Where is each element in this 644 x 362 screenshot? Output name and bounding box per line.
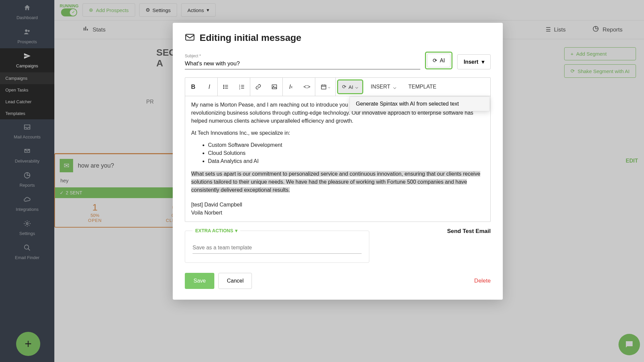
toolbar-template-button[interactable]: TEMPLATE — [402, 78, 442, 96]
ai-button[interactable]: ⟳ AI — [427, 54, 450, 67]
modal-header: Editing initial message — [185, 32, 491, 44]
svg-point-8 — [223, 86, 224, 87]
extra-actions-legend[interactable]: EXTRA ACTIONS ▾ — [193, 228, 240, 233]
body-li2: Cloud Solutions — [208, 149, 484, 157]
extra-actions-label: EXTRA ACTIONS — [195, 228, 233, 233]
chevron-down-icon: ▾ — [482, 59, 484, 65]
subject-label: Subject * — [185, 54, 420, 58]
subject-input[interactable] — [185, 58, 420, 69]
refresh-icon: ⟳ — [433, 57, 437, 64]
cancel-button[interactable]: Cancel — [218, 273, 252, 289]
chevron-down-icon: ⌵ — [328, 85, 330, 89]
toolbar-insert-label: INSERT — [371, 84, 390, 90]
subject-field: Subject * — [185, 54, 420, 69]
refresh-icon: ⟳ — [342, 84, 346, 90]
svg-rect-6 — [186, 34, 194, 40]
chevron-down-icon: ⌵ — [393, 84, 396, 90]
svg-rect-15 — [321, 85, 326, 89]
insert-button[interactable]: Insert ▾ — [457, 54, 491, 69]
toolbar-template-label: TEMPLATE — [409, 84, 436, 90]
modal-title: Editing initial message — [200, 33, 301, 43]
clear-format-button[interactable]: Ix — [283, 78, 299, 96]
toolbar-ai-button[interactable]: ⟳ AI ⌵ — [337, 79, 363, 94]
ai-label: AI — [440, 58, 445, 64]
toolbar-ai-label: AI — [348, 84, 353, 90]
body-highlighted: What sets us apart is our commitment to … — [191, 171, 480, 193]
team-template-input[interactable] — [193, 242, 362, 254]
delete-button[interactable]: Delete — [474, 278, 491, 284]
calendar-button[interactable]: ⌵ — [315, 78, 335, 96]
body-li1: Custom Software Development — [208, 141, 484, 149]
signature-line1: [test] David Campbell — [191, 201, 484, 209]
ai-button-highlight: ⟳ AI — [425, 52, 452, 69]
save-button[interactable]: Save — [185, 273, 214, 289]
modal-footer: Save Cancel Delete — [185, 273, 491, 289]
below-editor-row: EXTRA ACTIONS ▾ Send Test Email — [185, 228, 491, 263]
svg-rect-13 — [272, 85, 277, 89]
signature-line2: Voila Norbert — [191, 209, 484, 217]
generate-spintax-item[interactable]: Generate Spintax with AI from selected t… — [350, 97, 489, 111]
bold-button[interactable]: B — [185, 78, 201, 96]
toolbar-insert-button[interactable]: INSERT ⌵ — [365, 78, 402, 96]
code-button[interactable]: <> — [299, 78, 315, 96]
envelope-icon — [185, 32, 195, 44]
send-test-email-link[interactable]: Send Test Email — [447, 228, 491, 235]
link-button[interactable] — [250, 78, 266, 96]
body-li3: Data Analytics and AI — [208, 157, 484, 165]
svg-point-7 — [223, 85, 224, 86]
editor: B I 123 Ix <> — [185, 77, 491, 222]
editor-body[interactable]: My name is Morton Pease, and I am reachi… — [185, 96, 490, 222]
body-p2: At Tech Innovations Inc., we specialize … — [191, 129, 484, 137]
svg-text:3: 3 — [239, 88, 240, 90]
insert-label: Insert — [464, 59, 478, 65]
editor-toolbar: B I 123 Ix <> — [185, 78, 490, 96]
numbered-list-button[interactable]: 123 — [234, 78, 250, 96]
chevron-down-icon: ▾ — [235, 228, 237, 233]
edit-message-modal: Editing initial message Subject * ⟳ AI I… — [173, 23, 503, 300]
svg-point-9 — [223, 88, 224, 89]
subject-row: Subject * ⟳ AI Insert ▾ — [185, 52, 491, 69]
check-icon: ✓ — [72, 10, 75, 14]
chevron-down-icon: ⌵ — [355, 84, 358, 90]
bullet-list-button[interactable] — [218, 78, 234, 96]
extra-actions-fieldset: EXTRA ACTIONS ▾ — [185, 228, 369, 263]
ai-dropdown: Generate Spintax with AI from selected t… — [350, 97, 490, 111]
image-button[interactable] — [266, 78, 282, 96]
italic-button[interactable]: I — [201, 78, 217, 96]
